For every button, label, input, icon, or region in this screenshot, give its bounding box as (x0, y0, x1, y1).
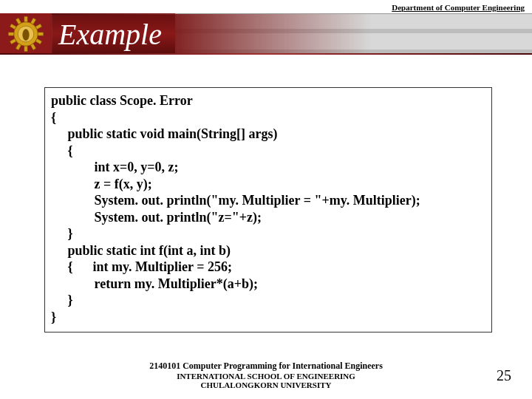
svg-point-14 (23, 30, 30, 41)
svg-rect-3 (35, 24, 42, 30)
svg-rect-6 (30, 44, 36, 50)
footer-course: 2140101 Computer Programming for Interna… (0, 361, 532, 372)
svg-rect-1 (24, 16, 27, 22)
code-listing: public class Scope. Error { public stati… (44, 87, 492, 332)
logo-zone (0, 13, 52, 55)
slide-footer: 2140101 Computer Programming for Interna… (0, 361, 532, 390)
svg-rect-7 (24, 46, 27, 52)
header-keyboard-bg (175, 13, 532, 55)
page-number: 25 (497, 367, 511, 384)
svg-rect-4 (38, 33, 44, 35)
gear-icon (6, 14, 46, 54)
title-bar: Example (0, 13, 532, 55)
slide-title: Example (52, 13, 175, 55)
footer-university: CHULALONGKORN UNIVERSITY (0, 381, 532, 390)
svg-rect-5 (35, 38, 42, 44)
svg-rect-10 (8, 33, 14, 35)
svg-rect-9 (10, 38, 16, 44)
department-label: Department of Computer Engineering (392, 3, 525, 12)
svg-rect-11 (10, 24, 16, 30)
slide-header: Department of Computer Engineering (0, 0, 532, 59)
svg-rect-2 (30, 18, 36, 24)
footer-school: INTERNATIONAL SCHOOL OF ENGINEERING (0, 372, 532, 381)
svg-rect-12 (16, 18, 21, 24)
svg-rect-8 (16, 44, 21, 50)
